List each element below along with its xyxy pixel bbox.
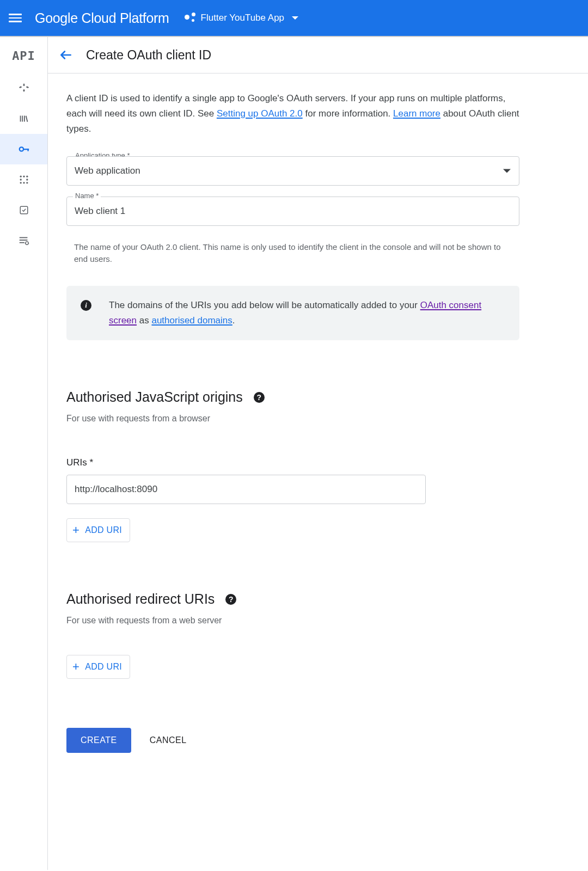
page-header: Create OAuth client ID [48, 37, 588, 73]
svg-point-8 [20, 182, 21, 183]
consent-icon [18, 174, 30, 186]
add-js-origin-uri-button[interactable]: + ADD URI [66, 518, 130, 542]
svg-point-0 [19, 147, 23, 151]
svg-rect-12 [19, 237, 27, 238]
top-header: Google Cloud Platform Flutter YouTube Ap… [0, 0, 588, 37]
info-text: The domains of the URIs you add below wi… [109, 298, 505, 328]
svg-rect-13 [19, 240, 27, 241]
platform-name: Google Cloud Platform [35, 10, 169, 26]
name-field: Name * [66, 197, 519, 226]
plus-icon: + [72, 661, 79, 673]
sidebar-item-page-usage[interactable] [0, 225, 47, 256]
learn-more-link[interactable]: Learn more [393, 108, 440, 119]
svg-point-15 [25, 242, 28, 245]
svg-point-5 [26, 176, 28, 177]
redirect-uris-title: Authorised redirect URIs ? [66, 591, 519, 607]
info-icon: i [81, 300, 91, 311]
project-icon [185, 13, 195, 23]
sidebar-api-label[interactable]: API [0, 44, 47, 73]
js-origins-subtitle: For use with requests from a browser [66, 414, 519, 424]
svg-point-6 [20, 179, 21, 180]
chevron-down-icon [292, 16, 298, 20]
sidebar-item-domain-verification[interactable] [0, 195, 47, 225]
checkbox-icon [18, 204, 30, 216]
settings-list-icon [18, 235, 30, 247]
svg-point-9 [23, 182, 24, 183]
project-name: Flutter YouTube App [201, 13, 284, 23]
setup-oauth-link[interactable]: Setting up OAuth 2.0 [217, 108, 303, 119]
create-button[interactable]: CREATE [66, 728, 131, 753]
uris-label: URIs * [66, 457, 519, 468]
sidebar: API [0, 37, 48, 870]
dashboard-icon [18, 82, 30, 94]
help-icon[interactable]: ? [254, 392, 265, 403]
key-icon [18, 143, 30, 155]
js-origins-section: Authorised JavaScript origins ? For use … [66, 389, 519, 542]
svg-point-4 [23, 176, 24, 177]
redirect-uris-subtitle: For use with requests from a web server [66, 616, 519, 625]
add-redirect-uri-button[interactable]: + ADD URI [66, 655, 130, 679]
intro-text: A client ID is used to identify a single… [66, 91, 519, 137]
library-icon [18, 113, 30, 125]
app-type-field: Application type * Web application [66, 156, 519, 186]
js-origin-uri-input[interactable] [66, 475, 426, 504]
cancel-button[interactable]: CANCEL [150, 735, 187, 745]
name-input[interactable] [66, 197, 519, 226]
project-selector[interactable]: Flutter YouTube App [185, 13, 298, 23]
authorised-domains-link[interactable]: authorised domains [151, 315, 232, 326]
redirect-uris-section: Authorised redirect URIs ? For use with … [66, 591, 519, 679]
svg-rect-2 [27, 149, 28, 151]
page-title: Create OAuth client ID [86, 48, 211, 63]
svg-rect-14 [19, 242, 24, 243]
menu-icon[interactable] [9, 11, 22, 24]
js-origins-title: Authorised JavaScript origins ? [66, 389, 519, 405]
sidebar-item-oauth-consent[interactable] [0, 164, 47, 195]
help-icon[interactable]: ? [225, 594, 236, 605]
sidebar-item-dashboard[interactable] [0, 73, 47, 103]
name-label: Name * [73, 192, 101, 200]
back-arrow-icon[interactable] [59, 48, 73, 62]
svg-rect-11 [20, 206, 28, 214]
svg-point-7 [26, 179, 28, 180]
action-buttons: CREATE CANCEL [66, 728, 519, 753]
app-type-select[interactable]: Web application [66, 156, 519, 186]
svg-point-3 [20, 176, 21, 177]
sidebar-item-credentials[interactable] [0, 134, 47, 164]
sidebar-item-library[interactable] [0, 103, 47, 134]
info-box: i The domains of the URIs you add below … [66, 286, 519, 340]
plus-icon: + [72, 524, 79, 536]
name-helper: The name of your OAuth 2.0 client. This … [66, 237, 519, 265]
svg-point-10 [26, 182, 28, 183]
